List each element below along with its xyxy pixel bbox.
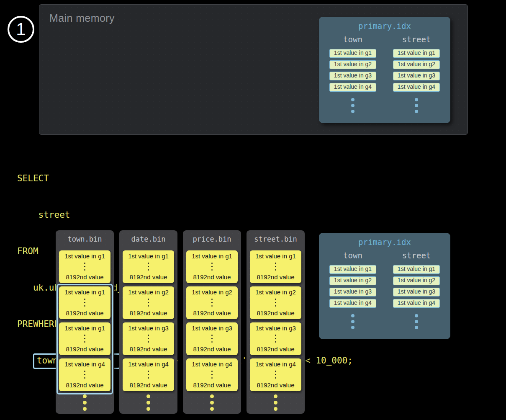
bin-panel-town: town.bin 1st value in g1 8192nd value 1s… <box>56 230 114 414</box>
granule-first-value: 1st value in g1 <box>255 253 296 260</box>
ellipsis-dots-icon <box>211 334 213 344</box>
ellipsis-dots-icon <box>84 370 85 380</box>
granule-block: 1st value in g4 8192nd value <box>250 358 301 391</box>
granule-last-value: 8192nd value <box>66 381 103 389</box>
granule-first-value: 1st value in g1 <box>64 289 105 296</box>
primary-idx-panel-disk: primary.idx town 1st value in g1 1st val… <box>319 233 450 339</box>
ellipsis-dots-icon <box>393 314 440 332</box>
ellipsis-dots-icon <box>148 298 149 308</box>
index-column-town-header: town <box>329 35 376 45</box>
ellipsis-dots-icon <box>148 334 149 344</box>
granule-last-value: 8192nd value <box>193 309 231 317</box>
ellipsis-dots-icon <box>84 334 85 344</box>
bin-panel-street: street.bin 1st value in g1 8192nd value … <box>247 230 305 414</box>
granule-last-value: 8192nd value <box>129 381 167 389</box>
index-entry: 1st value in g1 <box>329 265 376 274</box>
granule-last-value: 8192nd value <box>66 309 103 317</box>
granule-first-value: 1st value in g4 <box>128 361 169 368</box>
index-entry: 1st value in g3 <box>393 288 440 296</box>
granule-first-value: 1st value in g1 <box>64 325 105 332</box>
ellipsis-dots-icon <box>275 370 276 380</box>
sql-indent <box>17 356 33 366</box>
ellipsis-dots-icon <box>211 370 213 380</box>
index-entry: 1st value in g2 <box>393 60 440 69</box>
index-entry: 1st value in g3 <box>329 72 376 80</box>
granule-last-value: 8192nd value <box>193 273 231 281</box>
granule-block: 1st value in g2 8192nd value <box>250 286 301 319</box>
granule-first-value: 1st value in g3 <box>192 325 232 332</box>
step-1-badge: 1 <box>8 16 34 43</box>
bin-title: town.bin <box>56 230 114 246</box>
index-entry: 1st value in g3 <box>393 72 440 80</box>
index-column-street: street 1st value in g1 1st value in g2 1… <box>393 35 440 116</box>
index-entry: 1st value in g1 <box>393 49 440 58</box>
granule-first-value: 1st value in g4 <box>64 361 105 368</box>
granule-block: 1st value in g4 8192nd value <box>123 358 174 391</box>
granule-first-value: 1st value in g3 <box>128 325 169 332</box>
bin-granules: 1st value in g1 8192nd value 1st value i… <box>183 246 241 391</box>
ellipsis-dots-icon <box>211 298 213 308</box>
ellipsis-dots-icon <box>275 334 276 344</box>
index-column-town-header: town <box>329 251 376 261</box>
granule-first-value: 1st value in g1 <box>128 253 169 260</box>
index-entry: 1st value in g4 <box>393 299 440 308</box>
index-entry: 1st value in g4 <box>329 299 376 308</box>
bin-granules: 1st value in g1 8192nd value 1st value i… <box>56 246 114 391</box>
diagram-stage: 1 Main memory primary.idx town 1st value… <box>0 0 506 420</box>
granule-block: 1st value in g4 8192nd value <box>59 358 110 391</box>
bin-title: price.bin <box>183 230 241 246</box>
granule-block: 1st value in g3 8192nd value <box>123 322 174 355</box>
main-memory-title: Main memory <box>49 12 115 24</box>
primary-idx-columns: town 1st value in g1 1st value in g2 1st… <box>329 35 450 116</box>
ellipsis-dots-icon <box>56 394 114 413</box>
granule-first-value: 1st value in g1 <box>192 253 232 260</box>
index-entry: 1st value in g2 <box>393 276 440 285</box>
granule-block: 1st value in g1 8192nd value <box>59 322 110 355</box>
bin-granules: 1st value in g1 8192nd value 1st value i… <box>247 246 305 391</box>
ellipsis-dots-icon <box>275 298 276 308</box>
granule-block: 1st value in g1 8192nd value <box>250 250 301 283</box>
ellipsis-dots-icon <box>148 262 149 272</box>
sql-line: SELECT <box>17 173 353 185</box>
ellipsis-dots-icon <box>183 394 241 413</box>
primary-idx-title: primary.idx <box>329 237 440 250</box>
granule-first-value: 1st value in g1 <box>64 253 105 260</box>
granule-last-value: 8192nd value <box>193 345 231 353</box>
granule-last-value: 8192nd value <box>66 345 103 353</box>
granule-block: 1st value in g2 8192nd value <box>186 286 238 319</box>
granule-first-value: 1st value in g2 <box>255 289 296 296</box>
granule-last-value: 8192nd value <box>257 273 294 281</box>
granule-block: 1st value in g1 8192nd value <box>59 250 110 283</box>
ellipsis-dots-icon <box>148 370 149 380</box>
granule-first-value: 1st value in g2 <box>128 289 169 296</box>
index-column-town: town 1st value in g1 1st value in g2 1st… <box>329 35 376 116</box>
granule-first-value: 1st value in g4 <box>255 361 296 368</box>
index-column-town: town 1st value in g1 1st value in g2 1st… <box>329 251 376 332</box>
ellipsis-dots-icon <box>329 98 376 116</box>
primary-idx-columns: town 1st value in g1 1st value in g2 1st… <box>329 251 450 332</box>
granule-last-value: 8192nd value <box>129 345 167 353</box>
bin-granules: 1st value in g1 8192nd value 1st value i… <box>119 246 177 391</box>
ellipsis-dots-icon <box>275 262 276 272</box>
granule-block: 1st value in g1 8192nd value <box>186 250 238 283</box>
primary-idx-title: primary.idx <box>329 21 440 34</box>
granule-block: 1st value in g1 8192nd value <box>123 250 174 283</box>
index-column-street-header: street <box>393 35 440 45</box>
bin-title: date.bin <box>119 230 177 246</box>
granule-last-value: 8192nd value <box>257 345 294 353</box>
index-entry: 1st value in g3 <box>329 288 376 296</box>
granule-last-value: 8192nd value <box>66 273 103 281</box>
index-entry: 1st value in g1 <box>329 49 376 58</box>
granule-last-value: 8192nd value <box>129 309 167 317</box>
granule-block: 1st value in g1 8192nd value <box>59 286 110 319</box>
granule-block: 1st value in g3 8192nd value <box>186 322 238 355</box>
granule-last-value: 8192nd value <box>257 381 294 389</box>
granule-last-value: 8192nd value <box>129 273 167 281</box>
ellipsis-dots-icon <box>84 298 85 308</box>
granule-block: 1st value in g2 8192nd value <box>123 286 174 319</box>
bin-title: street.bin <box>247 230 305 246</box>
sql-line: street <box>17 209 353 221</box>
index-column-street: street 1st value in g1 1st value in g2 1… <box>393 251 440 332</box>
ellipsis-dots-icon <box>119 394 177 413</box>
index-entry: 1st value in g1 <box>393 265 440 274</box>
